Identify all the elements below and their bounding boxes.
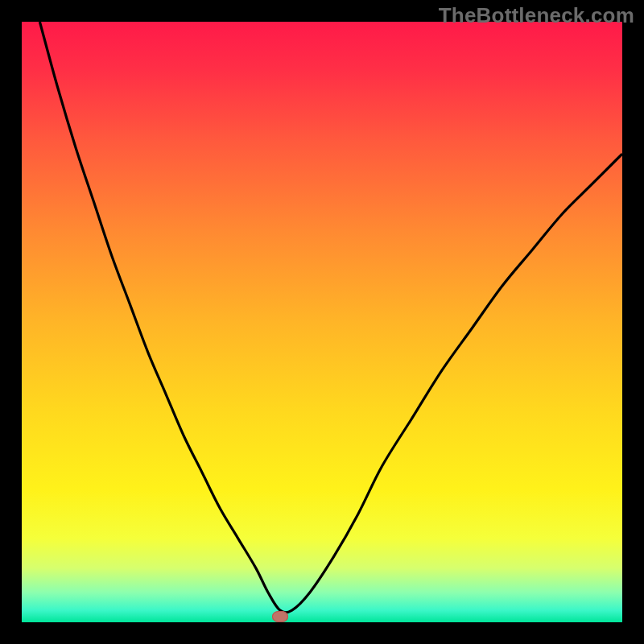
curve-path <box>39 22 622 613</box>
outer-frame: TheBottleneck.com <box>0 0 644 644</box>
optimal-marker <box>272 611 288 622</box>
watermark-text: TheBottleneck.com <box>439 3 634 28</box>
bottleneck-curve <box>22 22 622 622</box>
